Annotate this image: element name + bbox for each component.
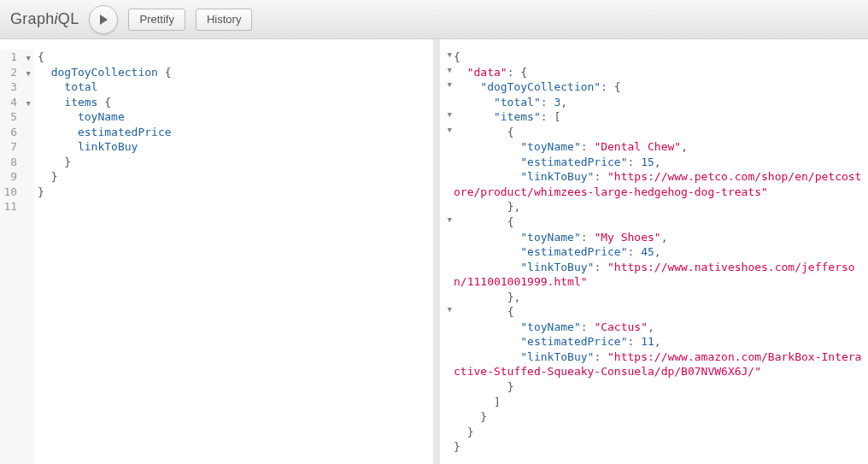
editor-panes: 1 ▼2 ▼3 4 ▼5 6 7 8 9 10 11 { dogToyColle… — [0, 39, 868, 464]
query-editor[interactable]: { dogToyCollection { total items { toyNa… — [34, 50, 433, 464]
logo-text-prefix: Graph — [10, 10, 55, 27]
toolbar: GraphiQL Prettify History — [0, 0, 868, 39]
result-viewer[interactable]: { "data": { "dogToyCollection": { "total… — [454, 50, 868, 464]
play-icon — [97, 14, 109, 26]
result-fold-gutter: ▼▼▼▼▼▼▼ — [440, 50, 454, 464]
graphiql-logo: GraphiQL — [10, 10, 79, 28]
execute-button[interactable] — [89, 5, 118, 34]
result-pane: ▼▼▼▼▼▼▼ { "data": { "dogToyCollection": … — [440, 39, 868, 464]
history-button[interactable]: History — [196, 9, 252, 31]
logo-text-suffix: QL — [58, 10, 79, 27]
query-editor-pane: 1 ▼2 ▼3 4 ▼5 6 7 8 9 10 11 { dogToyColle… — [0, 39, 440, 464]
prettify-button[interactable]: Prettify — [128, 9, 185, 31]
query-line-gutter: 1 ▼2 ▼3 4 ▼5 6 7 8 9 10 11 — [0, 50, 34, 464]
